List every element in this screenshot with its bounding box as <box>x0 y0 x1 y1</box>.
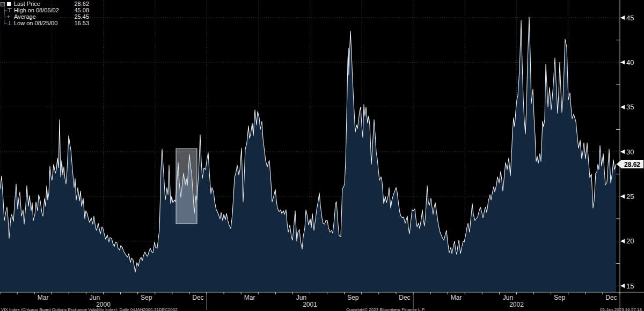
x-month-label: Jun <box>503 294 513 301</box>
legend-row-average[interactable]: + Average 25.45 <box>0 13 90 20</box>
y-tick-arrow-icon <box>620 105 625 109</box>
y-tick-label: 45 <box>626 14 634 22</box>
average-marker-icon: + <box>7 13 14 20</box>
y-tick-arrow-icon <box>620 239 625 243</box>
y-tick-arrow-icon <box>620 284 625 288</box>
legend-value: 28.62 <box>74 1 90 7</box>
price-chart-pane[interactable]: 15202530354045MarJunSepDecMarJunSepDecMa… <box>0 0 644 311</box>
legend-label: Low on 08/25/00 <box>14 20 74 26</box>
legend-label: High on 08/05/02 <box>14 7 74 13</box>
y-tick-arrow-icon <box>620 60 625 64</box>
x-month-label: Jun <box>296 294 306 301</box>
legend-row-last-price[interactable]: Last Price 28.62 <box>0 1 90 7</box>
x-month-label: Dec <box>399 294 410 301</box>
high-marker-icon: ⊤ <box>7 7 14 13</box>
y-tick-label: 25 <box>626 192 634 201</box>
low-marker-icon: ⊥ <box>7 20 14 26</box>
security-description: VIX Index (Chicago Board Options Exchang… <box>1 307 178 311</box>
y-tick-label: 20 <box>626 237 634 245</box>
last-price-badge-value: 28.62 <box>624 161 640 168</box>
square-marker-icon <box>7 1 14 7</box>
copyright-text: Copyright© 2023 Bloomberg Finance L.P. <box>346 307 425 311</box>
x-month-label: Sep <box>554 294 566 301</box>
chart-footer: VIX Index (Chicago Board Options Exchang… <box>0 307 644 311</box>
price-area-fill <box>0 17 616 292</box>
y-tick-arrow-icon <box>620 194 625 198</box>
y-tick-label: 40 <box>626 58 634 66</box>
bloomberg-chart-window: 15202530354045MarJunSepDecMarJunSepDecMa… <box>0 0 644 311</box>
timestamp-text: 05-Jan-2023 16:57:18 <box>600 307 642 311</box>
legend-value: 45.08 <box>74 7 90 13</box>
y-tick-arrow-icon <box>620 150 625 154</box>
legend-row-low[interactable]: ⊥ Low on 08/25/00 16.53 <box>0 20 90 26</box>
legend-label: Last Price <box>14 1 74 7</box>
x-month-label: Sep <box>141 294 152 301</box>
selection-box[interactable] <box>176 149 197 224</box>
x-month-label: Mar <box>244 294 255 301</box>
x-month-label: Sep <box>347 294 359 301</box>
y-tick-label: 35 <box>626 103 634 111</box>
x-month-label: Jun <box>90 294 100 301</box>
y-tick-label: 30 <box>626 148 634 156</box>
legend-row-high[interactable]: ⊤ High on 08/05/02 45.08 <box>0 7 90 13</box>
x-month-label: Dec <box>192 294 203 301</box>
x-month-label: Mar <box>38 294 49 301</box>
legend-value: 25.45 <box>74 13 90 20</box>
x-month-label: Dec <box>605 294 617 301</box>
y-tick-arrow-icon <box>620 16 625 20</box>
last-price-badge-arrow-icon <box>617 160 621 168</box>
legend-label: Average <box>14 13 74 20</box>
legend-value: 16.53 <box>74 20 90 26</box>
x-month-label: Mar <box>451 294 462 301</box>
chart-legend: Last Price 28.62 ⊤ High on 08/05/02 45.0… <box>0 1 90 26</box>
y-tick-label: 15 <box>626 282 634 290</box>
